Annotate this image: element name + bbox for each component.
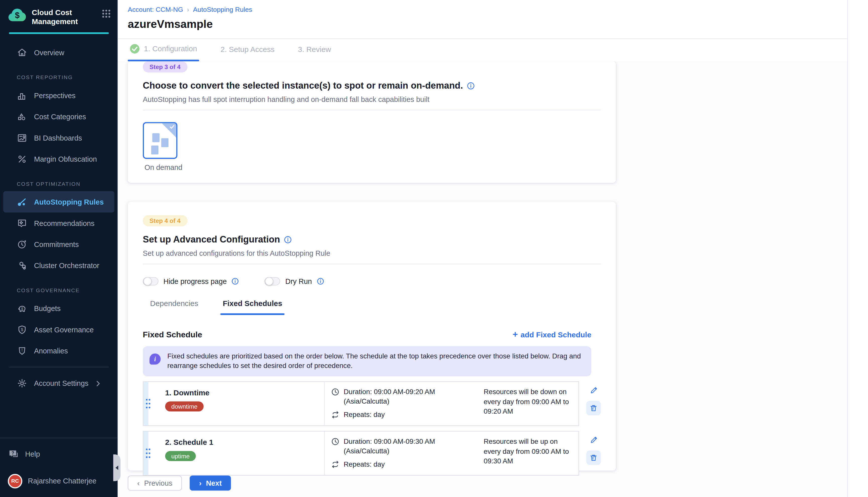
cloud-cost-logo-icon: $ [8,8,27,22]
step4-subheading: Set up advanced configurations for this … [143,249,601,257]
add-fixed-schedule-button[interactable]: + add Fixed Schedule [513,330,591,339]
schedule-type-badge: uptime [165,451,196,461]
bi-dashboards-icon [17,132,27,143]
brand-divider [9,32,109,34]
breadcrumb-page-link[interactable]: AutoStopping Rules [193,5,252,13]
tab-setup-access[interactable]: 2. Setup Access [218,45,277,61]
page-title: azureVmsample [128,18,848,31]
sidebar-item-label: Commitments [34,240,79,248]
sidebar: $ Cloud Cost Management OverviewCOST REP… [0,0,118,497]
content-area: Step 3 of 4 Choose to convert the select… [118,61,848,497]
next-button[interactable]: › Next [190,475,231,491]
recommendations-icon [17,218,27,228]
step-label: 1. Configuration [144,45,197,53]
sidebar-item-cost-categories[interactable]: Cost Categories [3,106,114,127]
step4-heading-row: Set up Advanced Configuration [143,234,601,245]
tab-dependencies[interactable]: Dependencies [148,299,201,315]
breadcrumb-chevron-icon: › [187,6,189,13]
on-demand-label: On demand [144,164,601,172]
info-icon[interactable] [467,82,475,89]
sidebar-item-budgets[interactable]: $Budgets [3,298,114,319]
collapse-arrow-icon [115,466,118,470]
info-icon[interactable] [232,278,239,285]
tab-fixed-schedules[interactable]: Fixed Schedules [221,299,284,315]
chevron-right-icon: › [199,480,202,487]
divider [143,110,601,111]
step3-badge: Step 3 of 4 [143,61,187,72]
schedule-type-badge: downtime [165,401,204,411]
svg-text:$: $ [21,327,23,331]
drag-handle-icon[interactable] [145,398,151,410]
sidebar-item-label: Budgets [34,304,60,313]
sidebar-item-autostopping-rules[interactable]: AutoStopping Rules [3,191,114,212]
sidebar-item-asset-governance[interactable]: $Asset Governance [3,319,114,340]
priority-info-text: Fixed schedules are prioritized based on… [167,352,584,371]
sidebar-section-label: COST GOVERNANCE [3,276,114,298]
anomalies-icon: ! [17,345,27,356]
sidebar-item-overview[interactable]: Overview [3,42,114,63]
sidebar-item-recommendations[interactable]: Recommendations [3,212,114,233]
breadcrumb-account-link[interactable]: Account: CCM-NG [128,5,183,13]
divider [143,264,601,264]
drag-handle-icon[interactable] [145,447,151,459]
step3-card: Step 3 of 4 Choose to convert the select… [128,61,616,183]
sidebar-divider [9,367,109,367]
user-profile[interactable]: RC Rajarshee Chatterjee [8,474,110,488]
on-demand-option-card[interactable] [143,122,178,159]
edit-schedule-button[interactable] [586,432,601,446]
app-grid-icon[interactable] [101,9,111,18]
add-fixed-schedule-label: add Fixed Schedule [521,330,591,339]
sidebar-item-perspectives[interactable]: Perspectives [3,85,114,106]
schedule-repeats: Repeats: day [344,410,385,420]
info-icon[interactable] [317,278,324,285]
sidebar-item-label: BI Dashboards [34,133,82,142]
autostopping-icon [17,197,27,207]
sidebar-section-label: COST OPTIMIZATION [3,169,114,191]
home-icon [17,47,27,58]
selected-check-icon [169,124,175,130]
sidebar-item-help[interactable]: ? Help [8,446,110,463]
sidebar-collapse-handle[interactable] [113,454,121,481]
delete-schedule-button[interactable] [586,451,601,465]
gear-icon [17,378,27,388]
sidebar-item-anomalies[interactable]: !Anomalies [3,340,114,358]
schedule-title: 1. Downtime [165,388,319,397]
schedule-duration: Duration: 09:00 AM-09:30 AM (Asia/Calcut… [344,437,470,456]
dry-run-label: Dry Run [285,277,312,285]
delete-schedule-button[interactable] [586,401,601,415]
schedule-duration: Duration: 09:00 AM-09:20 AM (Asia/Calcut… [344,387,470,407]
edit-schedule-button[interactable] [586,383,601,397]
schedule-list: 1. Downtime downtime Duration: 09:00 AM-… [143,381,601,475]
schedule-title: 2. Schedule 1 [165,438,319,446]
sidebar-item-account-settings[interactable]: Account Settings [3,373,114,394]
next-label: Next [206,479,222,487]
tab-configuration[interactable]: 1. Configuration [128,44,199,61]
dry-run-toggle[interactable] [265,277,280,285]
sidebar-item-label: AutoStopping Rules [34,198,103,206]
drag-strip [143,431,149,475]
hide-progress-toggle[interactable] [143,277,158,285]
clock-icon [331,438,339,445]
repeat-icon [331,411,339,419]
sidebar-item-cluster-orchestrator[interactable]: Cluster Orchestrator [3,255,114,276]
fixed-schedule-heading: Fixed Schedule [143,330,202,339]
svg-text:?: ? [12,450,14,455]
sidebar-item-bi-dashboards[interactable]: BI Dashboards [3,127,114,148]
cost-categories-icon [17,111,27,122]
previous-button[interactable]: ‹ Previous [128,475,182,491]
help-chat-icon: ? [8,449,19,459]
sidebar-item-label: Margin Obfuscation [34,155,97,163]
sidebar-item-commitments[interactable]: Commitments [3,234,114,255]
sidebar-item-label: Cluster Orchestrator [34,261,99,270]
schedule-row: 2. Schedule 1 uptime Duration: 09:00 AM-… [143,431,601,475]
svg-text:$: $ [15,11,20,20]
repeat-icon [331,460,339,468]
info-bubble-icon: i [150,353,160,365]
step-label: 2. Setup Access [221,45,275,54]
sidebar-item-label: Asset Governance [34,325,94,333]
info-icon[interactable] [284,236,292,243]
sidebar-item-margin-obfuscation[interactable]: Margin Obfuscation [3,148,114,169]
tab-review[interactable]: 3. Review [296,45,333,61]
sidebar-item-label: Anomalies [34,346,68,355]
sidebar-nav: OverviewCOST REPORTINGPerspectivesCost C… [0,34,118,358]
